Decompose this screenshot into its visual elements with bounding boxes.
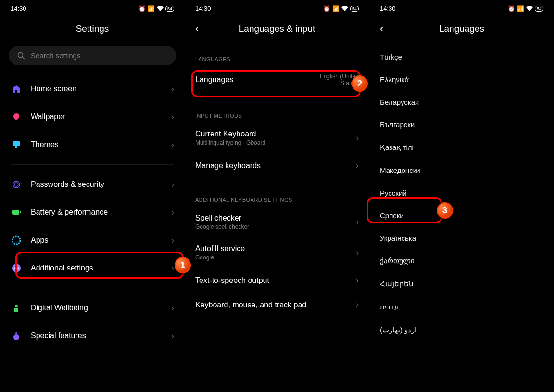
lang-item[interactable]: Ελληνικά [369, 68, 554, 91]
battery-icon: 54 [165, 6, 174, 12]
chevron-right-icon: › [171, 208, 174, 218]
chevron-right-icon: › [356, 248, 359, 258]
divider [11, 288, 174, 288]
lang-item[interactable]: עברית [369, 295, 554, 318]
page-title: Settings [0, 15, 185, 46]
row-digital-wellbeing[interactable]: Digital Wellbeing › [0, 294, 185, 322]
row-label: Autofill service [195, 245, 344, 253]
svg-point-4 [13, 181, 20, 188]
battery-icon: 54 [350, 6, 359, 12]
row-current-keyboard[interactable]: Current Keyboard Multilingual typing - G… [185, 122, 369, 153]
chevron-right-icon: › [356, 217, 359, 227]
row-label: Languages [195, 75, 292, 84]
row-passwords-security[interactable]: Passwords & security › [0, 171, 185, 198]
row-label: Digital Wellbeing [31, 304, 160, 312]
alarm-icon: ⏰ [508, 5, 515, 12]
lang-item[interactable]: Қазақ тілі [369, 136, 554, 159]
row-languages[interactable]: Languages English (United States) [185, 66, 369, 94]
row-label: Spell checker [195, 214, 344, 222]
themes-icon [11, 139, 22, 150]
lang-item[interactable]: Македонски [369, 159, 554, 182]
row-sub: Multilingual typing - Gboard [195, 139, 344, 146]
row-home-screen[interactable]: Home screen › [0, 75, 185, 103]
row-label: Additional settings [31, 264, 160, 272]
svg-point-15 [15, 332, 17, 334]
status-bar: 14:30 ⏰ 📶 54 [185, 0, 369, 15]
row-label: Passwords & security [31, 180, 160, 189]
languages-list-pane: 14:30 ⏰ 📶 54 ‹ Languages Türkçe Ελληνικά… [369, 0, 554, 392]
home-icon [11, 83, 22, 95]
row-themes[interactable]: Themes › [0, 131, 185, 159]
lang-item[interactable]: Български [369, 113, 554, 136]
back-button[interactable]: ‹ [380, 24, 383, 34]
signal-icon: 📶 [517, 5, 524, 12]
row-sub: Google [195, 254, 344, 261]
languages-input-pane: 14:30 ⏰ 📶 54 ‹ Languages & input LANGUAG… [185, 0, 369, 392]
chevron-right-icon: › [171, 112, 174, 122]
section-input-methods: INPUT METHODS [185, 94, 369, 122]
row-label: Themes [31, 140, 160, 149]
row-label: Keyboard, mouse, and track pad [195, 301, 344, 309]
row-additional-settings[interactable]: Additional settings › [0, 254, 185, 282]
lang-item[interactable]: Српски [369, 204, 554, 227]
svg-point-0 [18, 52, 23, 57]
row-autofill-service[interactable]: Autofill service Google › [185, 237, 369, 268]
row-value: English (United States) [301, 73, 359, 86]
row-sub: Google spell checker [195, 223, 344, 230]
lang-item[interactable]: ქართული [369, 249, 554, 272]
back-button[interactable]: ‹ [195, 24, 199, 34]
status-time: 14:30 [380, 5, 396, 12]
alarm-icon: ⏰ [138, 5, 146, 12]
row-battery-performance[interactable]: Battery & performance › [0, 198, 185, 226]
row-wallpaper[interactable]: Wallpaper › [0, 103, 185, 131]
row-tts[interactable]: Text-to-speech output › [185, 268, 369, 293]
apps-icon [11, 234, 22, 246]
lang-item[interactable]: Українська [369, 227, 554, 249]
status-icons: ⏰ 📶 54 [138, 5, 174, 12]
chevron-right-icon: › [356, 300, 359, 310]
lang-item-russian[interactable]: Русский [369, 182, 554, 204]
svg-rect-6 [12, 210, 19, 215]
chevron-right-icon: › [356, 133, 359, 143]
row-spell-checker[interactable]: Spell checker Google spell checker › [185, 207, 369, 237]
alarm-icon: ⏰ [323, 5, 330, 12]
chevron-right-icon: › [171, 180, 174, 190]
divider [11, 164, 174, 165]
lang-item[interactable]: اردو (بھارت) [369, 318, 554, 342]
status-icons: ⏰ 📶 54 [508, 5, 543, 12]
lang-item[interactable]: Հայերեն [369, 272, 554, 295]
row-apps[interactable]: Apps › [0, 226, 185, 254]
section-additional: ADDITIONAL KEYBOARD SETTINGS [185, 178, 369, 207]
page-title: ‹ Languages & input [185, 15, 369, 46]
svg-point-5 [14, 183, 18, 186]
chevron-right-icon: › [171, 235, 174, 245]
lang-item[interactable]: Беларуская [369, 91, 554, 113]
row-manage-keyboards[interactable]: Manage keyboards › [185, 153, 369, 178]
row-label: Text-to-speech output [195, 276, 344, 285]
chevron-right-icon: › [356, 275, 359, 285]
row-special-features[interactable]: Special features › [0, 322, 185, 350]
status-bar: 14:30 ⏰ 📶 54 [0, 0, 185, 15]
signal-icon: 📶 [332, 5, 340, 12]
svg-point-11 [16, 268, 17, 269]
row-keyboard-mouse[interactable]: Keyboard, mouse, and track pad › [185, 293, 369, 317]
chevron-right-icon: › [171, 331, 174, 341]
page-title: ‹ Languages [369, 15, 554, 46]
signal-icon: 📶 [148, 5, 155, 12]
chevron-right-icon: › [356, 160, 359, 171]
battery-perf-icon [11, 207, 22, 218]
svg-point-8 [13, 236, 20, 244]
svg-point-13 [15, 305, 18, 307]
chevron-right-icon: › [171, 140, 174, 150]
chevron-right-icon: › [171, 84, 174, 94]
section-languages: LANGUAGES [185, 46, 369, 66]
row-label: Battery & performance [31, 208, 160, 217]
wallpaper-icon [11, 111, 22, 122]
search-input[interactable]: Search settings [9, 46, 176, 65]
row-label: Apps [31, 236, 160, 245]
lang-item[interactable]: Türkçe [369, 46, 554, 68]
svg-rect-2 [13, 141, 20, 146]
wifi-icon [157, 6, 164, 11]
row-label: Special features [31, 331, 160, 340]
svg-rect-3 [15, 146, 17, 148]
